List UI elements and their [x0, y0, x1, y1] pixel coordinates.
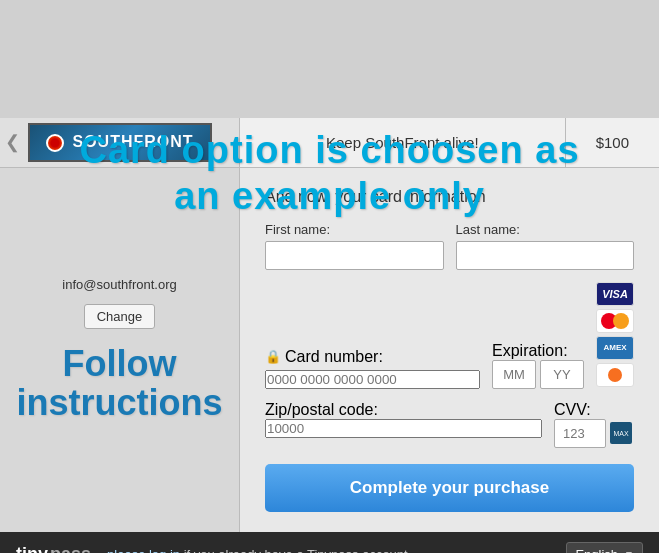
- first-name-label: First name:: [265, 222, 444, 237]
- login-link[interactable]: please log in: [107, 547, 180, 553]
- footer: tinypass please log in if you already ha…: [0, 532, 659, 553]
- card-label-row: 🔒 Card number:: [265, 348, 480, 366]
- complete-purchase-button[interactable]: Complete your purchase: [265, 464, 634, 512]
- card-number-group: 🔒 Card number:: [265, 348, 480, 389]
- cvv-input[interactable]: [554, 419, 606, 448]
- form-title: And now, your card information: [265, 188, 634, 206]
- cvv-group: CVV: MAX: [554, 401, 634, 448]
- cvv-label: CVV:: [554, 401, 634, 419]
- card-number-label: Card number:: [285, 348, 383, 366]
- header-description: Keep SouthFront alive!: [240, 118, 566, 167]
- card-number-row: 🔒 Card number: Expiration: VISA: [265, 282, 634, 389]
- discover-icon: [596, 363, 634, 387]
- cvv-badge-icon: MAX: [610, 422, 632, 444]
- visa-icon: VISA: [596, 282, 634, 306]
- header-amount-value: $100: [596, 134, 629, 151]
- cvv-input-row: MAX: [554, 419, 634, 448]
- zip-cvv-row: Zip/postal code: CVV: MAX: [265, 401, 634, 448]
- mastercard-icon: [596, 309, 634, 333]
- zip-group: Zip/postal code:: [265, 401, 542, 438]
- language-selector[interactable]: English ▼: [566, 542, 643, 553]
- language-dropdown-icon: ▼: [624, 549, 634, 553]
- zip-label: Zip/postal code:: [265, 401, 542, 419]
- zip-input[interactable]: [265, 419, 542, 438]
- name-row: First name: Last name:: [265, 222, 634, 270]
- content-area: info@southfront.org Change Follow instru…: [0, 168, 659, 532]
- header-description-text: Keep SouthFront alive!: [326, 134, 479, 151]
- left-panel: info@southfront.org Change Follow instru…: [0, 168, 240, 532]
- header-logo-area: ❮ SOUTHFRONT: [0, 118, 240, 167]
- tinypass-logo: tinypass: [16, 544, 91, 553]
- last-name-group: Last name:: [456, 222, 635, 270]
- expiration-mm-input[interactable]: [492, 360, 536, 389]
- last-name-input[interactable]: [456, 241, 635, 270]
- follow-instructions-text: Follow instructions: [17, 344, 223, 423]
- expiration-label: Expiration:: [492, 342, 584, 360]
- expiration-inputs: [492, 360, 584, 389]
- first-name-group: First name:: [265, 222, 444, 270]
- expiration-group: Expiration:: [492, 342, 584, 389]
- follow-line2: instructions: [17, 382, 223, 423]
- header-amount: $100: [566, 118, 659, 167]
- language-text: English: [575, 547, 618, 553]
- email-display: info@southfront.org: [62, 277, 176, 292]
- follow-line1: Follow: [63, 343, 177, 384]
- logo-circle-icon: [46, 134, 64, 152]
- footer-message-post: if you already have a Tinypass account,: [180, 547, 411, 553]
- header-bar: ❮ SOUTHFRONT Keep SouthFront alive! $100: [0, 118, 659, 168]
- first-name-input[interactable]: [265, 241, 444, 270]
- main-container: Card option is choosen as an example onl…: [0, 118, 659, 553]
- tiny-text: tiny: [16, 544, 48, 553]
- pass-text: pass: [50, 544, 91, 553]
- logo-box: SOUTHFRONT: [28, 123, 212, 162]
- card-number-input[interactable]: [265, 370, 480, 389]
- change-button[interactable]: Change: [84, 304, 156, 329]
- last-name-label: Last name:: [456, 222, 635, 237]
- nav-back-button[interactable]: ❮: [5, 131, 20, 153]
- card-icons: VISA AMEX: [596, 282, 634, 389]
- right-panel: And now, your card information First nam…: [240, 168, 659, 532]
- amex-icon: AMEX: [596, 336, 634, 360]
- logo-text: SOUTHFRONT: [72, 133, 193, 150]
- footer-message: please log in if you already have a Tiny…: [107, 547, 558, 553]
- expiration-yy-input[interactable]: [540, 360, 584, 389]
- lock-icon: 🔒: [265, 349, 281, 364]
